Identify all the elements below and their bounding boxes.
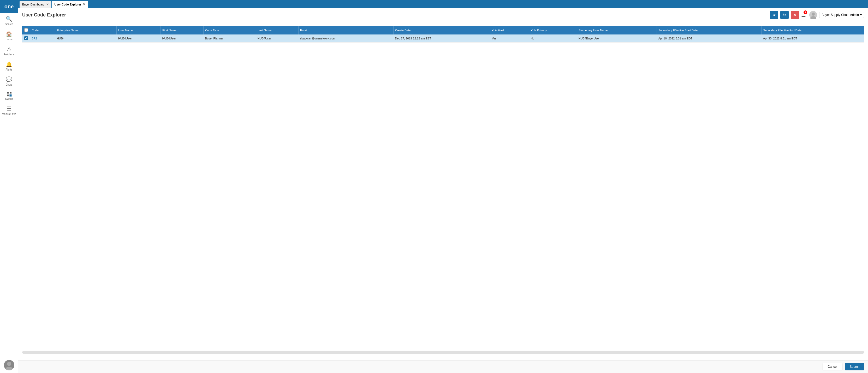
th-secondary-user-name: Secondary User Name [577,26,657,34]
sidebar-label-switch: Switch [5,97,13,100]
sidebar-label-menus: Menus/Favs [2,113,16,115]
user-label: Buyer Supply Chain Admin [822,13,859,17]
tab-bar: Buyer Dashboard ✕ User Code Explorer ✕ [18,0,868,8]
row-secondary-user-name: HUB4BuyerUser [577,34,657,42]
main-content: Code Enterprise Name User Name First Nam… [18,22,868,360]
sidebar: one 🔍 Search 🏠 Home ⚠ Problems 🔔 Alerts … [0,0,18,373]
chats-icon: 💬 [6,76,12,83]
sidebar-item-home[interactable]: 🏠 Home [0,28,18,44]
th-create-date: Create Date [393,26,490,34]
tab-user-code-explorer[interactable]: User Code Explorer ✕ [52,1,88,8]
row-select[interactable] [22,34,30,42]
dropdown-arrow-icon: ▾ [860,13,862,17]
alerts-icon: 🔔 [6,61,12,67]
row-is-primary: No [529,34,577,42]
tab-label-buyer-dashboard: Buyer Dashboard [22,3,44,6]
close-button[interactable]: ✕ [791,11,799,19]
row-secondary-start-date: Apr 10, 2022 8:31 am EDT [657,34,761,42]
sidebar-item-search[interactable]: 🔍 Search [0,13,18,28]
user-dropdown[interactable]: Buyer Supply Chain Admin ▾ [819,12,864,18]
row-code[interactable]: BP2 [30,34,55,42]
th-email: Email [299,26,394,34]
search-icon: 🔍 [6,16,12,22]
svg-rect-3 [10,94,11,96]
sidebar-label-search: Search [5,23,13,26]
row-active: Yes [490,34,529,42]
th-code: Code [30,26,55,34]
row-create-date: Dec 17, 2019 12:12 am EST [393,34,490,42]
main-area: Buyer Dashboard ✕ User Code Explorer ✕ U… [18,0,868,373]
th-is-primary: ✔ Is Primary [529,26,577,34]
scroll-indicator[interactable] [22,351,864,354]
row-last-name: HUB4User [256,34,299,42]
row-secondary-end-date: Apr 30, 2022 8:31 am EDT [762,34,864,42]
th-select [22,26,30,34]
notification-icon[interactable]: ☰ 1 [801,12,806,18]
row-checkbox[interactable] [24,36,28,40]
th-secondary-end-date: Secondary Effective End Date [762,26,864,34]
sidebar-label-problems: Problems [3,53,14,56]
sidebar-item-problems[interactable]: ⚠ Problems [0,44,18,58]
refresh-button[interactable]: ↻ [780,11,789,19]
svg-point-5 [5,367,13,370]
sidebar-label-home: Home [5,38,12,41]
favorite-button[interactable]: ★ [770,11,778,19]
active-check-icon: ✔ [492,29,494,32]
row-enterprise-name: HUB4 [55,34,117,42]
user-code-table: Code Enterprise Name User Name First Nam… [22,26,864,42]
primary-check-icon: ✔ [531,29,533,32]
th-user-name: User Name [117,26,161,34]
notification-badge: 1 [804,10,807,14]
header-user-avatar [809,11,817,19]
tab-buyer-dashboard[interactable]: Buyer Dashboard ✕ [20,1,52,8]
page-header: User Code Explorer ★ ↻ ✕ ☰ 1 Buyer Suppl… [18,8,868,22]
table-row: BP2 HUB4 HUB4User HUB4User Buyer Planner… [22,34,864,42]
row-user-name: HUB4User [117,34,161,42]
cancel-button[interactable]: Cancel [823,363,842,370]
table-header-row: Code Enterprise Name User Name First Nam… [22,26,864,34]
sidebar-avatar[interactable] [4,360,14,370]
svg-point-7 [810,16,816,19]
svg-point-4 [7,362,11,366]
sidebar-item-menus[interactable]: ☰ Menus/Favs [0,103,18,118]
tab-label-user-code-explorer: User Code Explorer [55,3,82,6]
th-active: ✔ Active? [490,26,529,34]
sidebar-item-alerts[interactable]: 🔔 Alerts [0,58,18,74]
tab-close-user-code-explorer[interactable]: ✕ [83,3,85,6]
app-logo: one [0,0,18,13]
svg-rect-0 [7,92,9,93]
th-enterprise-name: Enterprise Name [55,26,117,34]
submit-button[interactable]: Submit [845,363,864,370]
th-last-name: Last Name [256,26,299,34]
svg-rect-2 [7,94,9,96]
menus-icon: ☰ [7,106,11,112]
svg-point-6 [812,12,815,16]
page-title: User Code Explorer [22,12,66,18]
row-code-type: Buyer Planner [204,34,256,42]
home-icon: 🏠 [6,31,12,37]
footer: Cancel Submit [18,360,868,373]
sidebar-item-chats[interactable]: 💬 Chats [0,74,18,89]
sidebar-item-switch[interactable]: Switch [0,89,18,103]
svg-rect-1 [10,92,11,93]
sidebar-label-chats: Chats [5,83,12,86]
th-secondary-start-date: Secondary Effective Start Date [657,26,761,34]
th-code-type: Code Type [204,26,256,34]
row-email: sbagwan@onenetwork.com [299,34,394,42]
header-right: ★ ↻ ✕ ☰ 1 Buyer Supply Chain Admin ▾ [770,11,864,19]
table-wrapper: Code Enterprise Name User Name First Nam… [22,26,864,348]
select-all-checkbox[interactable] [24,28,28,32]
row-first-name: HUB4User [160,34,203,42]
switch-icon [6,91,12,97]
sidebar-label-alerts: Alerts [6,68,12,71]
tab-close-buyer-dashboard[interactable]: ✕ [46,3,49,6]
problems-icon: ⚠ [7,46,11,52]
th-first-name: First Name [160,26,203,34]
